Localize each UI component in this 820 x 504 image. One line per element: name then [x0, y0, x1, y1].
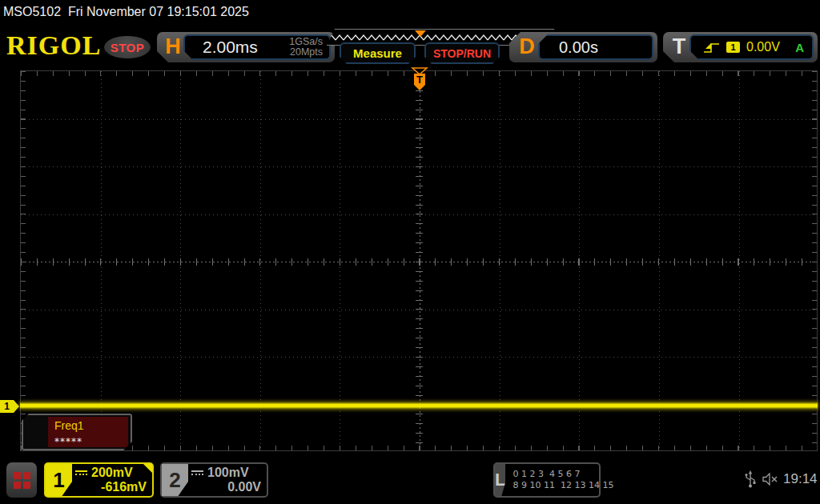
ch1-ground-marker[interactable]: 1: [0, 400, 19, 413]
measurement-value: *****: [54, 436, 82, 447]
horizontal-panel[interactable]: H 2.00ms 1GSa/s 20Mpts: [157, 32, 335, 62]
trigger-panel[interactable]: T 1 0.00V A: [663, 32, 818, 62]
preview-trigger-position-icon[interactable]: [415, 30, 426, 37]
trigger-box[interactable]: 1 0.00V A: [689, 34, 814, 60]
delay-panel[interactable]: D 0.00s: [509, 32, 657, 62]
trigger-label: T: [669, 34, 689, 59]
menu-button[interactable]: [6, 462, 37, 498]
ch1-offset: -616mV: [75, 480, 147, 494]
svg-text:T: T: [416, 74, 423, 86]
muted-speaker-icon[interactable]: [762, 473, 779, 486]
measure-button[interactable]: Measure: [340, 42, 416, 64]
stop-run-button[interactable]: STOP/RUN: [424, 42, 500, 64]
oscilloscope-screen: MSO5102 Fri November 07 19:15:01 2025 RI…: [0, 0, 820, 504]
channel-1-tab[interactable]: 1: [46, 464, 72, 496]
ch1-waveform-trace: [20, 402, 818, 409]
digital-channels-row2: 8 9 10 11 12 13 14 15: [512, 480, 613, 491]
timebase-box[interactable]: 2.00ms 1GSa/s 20Mpts: [183, 34, 331, 60]
measurement-name: Freq1: [54, 419, 84, 432]
ch1-scale: 200mV: [91, 466, 133, 480]
ch2-offset: 0.00V: [191, 480, 261, 494]
logic-analyzer-tab[interactable]: L: [495, 464, 505, 496]
delay-label: D: [517, 34, 537, 59]
trigger-source-badge: 1: [726, 42, 740, 53]
memory-depth: 20Mpts: [290, 46, 323, 58]
clock: 19:14: [783, 471, 818, 487]
device-title-datetime: MSO5102 Fri November 07 19:15:01 2025: [3, 5, 249, 19]
dc-coupling-icon: [75, 470, 87, 475]
digital-channels-row1: 0 1 2 3 4 5 6 7: [512, 469, 613, 480]
logic-analyzer-status[interactable]: L 0 1 2 3 4 5 6 7 8 9 10 11 12 13 14 15: [493, 462, 601, 498]
trigger-position-marker[interactable]: T: [411, 67, 428, 91]
usb-icon: [744, 470, 757, 489]
channel-2-tab[interactable]: 2: [162, 464, 188, 496]
sample-rate: 1GSa/s: [289, 36, 323, 47]
channel-1-status[interactable]: 1 200mV -616mV: [44, 462, 154, 498]
trigger-level: 0.00V: [746, 40, 780, 54]
graticule: [20, 70, 818, 451]
grid-menu-icon: [14, 472, 30, 489]
timebase-value: 2.00ms: [203, 38, 258, 57]
channel-2-status[interactable]: 2 100mV 0.00V: [160, 462, 268, 498]
ch2-scale: 100mV: [207, 466, 249, 480]
active-channel-notch: [143, 464, 152, 473]
dc-coupling-icon: [191, 470, 203, 475]
rising-edge-trigger-icon: [702, 41, 720, 54]
delay-value: 0.00s: [559, 38, 598, 57]
rigol-logo: RIGOL: [6, 30, 101, 61]
acquisition-status-badge: STOP: [104, 36, 151, 58]
trigger-sweep-mode: A: [795, 41, 804, 54]
measurement-box-freq1[interactable]: Freq1 *****: [22, 414, 132, 450]
delay-box[interactable]: 0.00s: [538, 34, 653, 60]
horizontal-label: H: [163, 34, 183, 59]
